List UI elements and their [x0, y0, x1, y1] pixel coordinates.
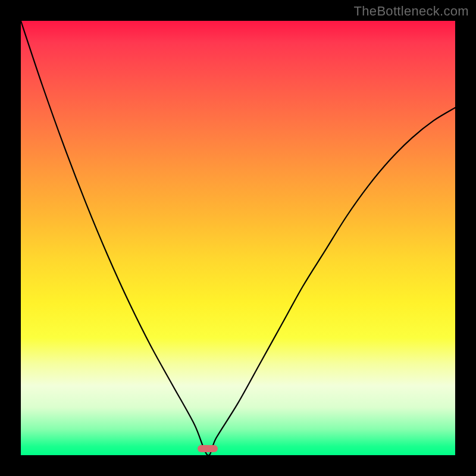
curve-svg — [21, 21, 455, 455]
bottleneck-curve — [21, 21, 455, 455]
watermark-text: TheBottleneck.com — [354, 4, 469, 19]
optimal-marker — [198, 445, 218, 452]
plot-area — [21, 21, 455, 455]
chart-frame: TheBottleneck.com — [0, 0, 476, 476]
